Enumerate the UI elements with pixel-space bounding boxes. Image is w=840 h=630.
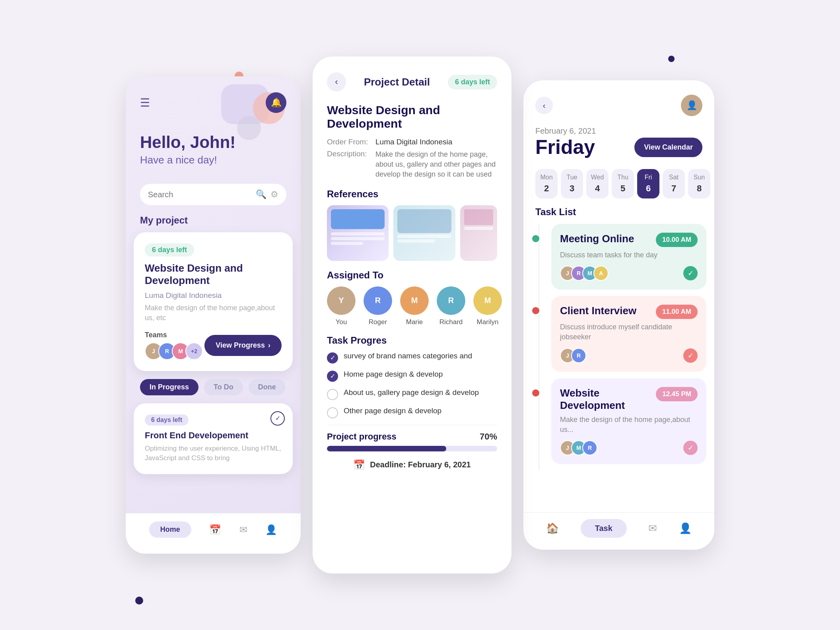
ref-mock-bar-1	[331, 232, 385, 235]
assigned-to-label: Assigned To	[327, 270, 497, 281]
cal-day-thu[interactable]: Thu 5	[612, 169, 634, 198]
back-button[interactable]: ‹	[327, 72, 346, 91]
ref-mock-bar-5	[397, 239, 435, 243]
task-card-webdev-desc: Make the design of the home page,about u…	[560, 415, 698, 435]
view-calendar-button[interactable]: View Calendar	[634, 138, 702, 157]
calendar-deadline-icon: 📅	[353, 459, 365, 471]
middle-content: Website Design and Development Order Fro…	[313, 99, 511, 574]
task-list-section: Meeting Online 10.00 AM Discuss team tas…	[523, 224, 714, 471]
task-entry-1: Meeting Online 10.00 AM Discuss team tas…	[543, 224, 714, 290]
task-card-interview-desc: Discuss introduce myself candidate jobse…	[560, 322, 698, 342]
teams-label: Teams	[145, 331, 203, 339]
cal-day-sat[interactable]: Sat 7	[663, 169, 685, 198]
day-text: Friday	[535, 136, 595, 159]
project-progress-label: Project progress	[327, 432, 397, 442]
calendar-row: Mon 2 Tue 3 Wed 4 Thu 5 Fri 6 Sat 7	[523, 165, 714, 206]
project2-days: 6 days left	[145, 414, 189, 426]
cal-day-wed[interactable]: Wed 4	[586, 169, 609, 198]
project-card-2: ✓ 6 days left Front End Developement Opt…	[134, 403, 293, 474]
task-card-interview-header: Client Interview 11.00 AM	[560, 305, 698, 319]
progress-header: Project progress 70%	[327, 432, 497, 442]
cal-day-name-tue: Tue	[567, 174, 578, 181]
interview-avatars: J R	[560, 348, 586, 363]
cal-day-num-mon: 2	[544, 183, 549, 194]
assignee-name-richard: Richard	[439, 318, 463, 326]
right-nav-home[interactable]: 🏠	[546, 522, 559, 535]
search-icon[interactable]: 🔍	[256, 189, 266, 200]
hamburger-icon[interactable]: ☰	[140, 96, 286, 109]
middle-header: ‹ Project Detail 6 days left	[313, 56, 511, 99]
tab-done[interactable]: Done	[249, 379, 286, 395]
search-bar: 🔍 ⚙	[140, 184, 286, 205]
cal-day-tue[interactable]: Tue 3	[561, 169, 583, 198]
tabs-row: In Progress To Do Done	[126, 371, 301, 403]
cal-day-num-tue: 3	[570, 183, 574, 194]
timeline-dot-3	[532, 389, 539, 397]
cal-day-num-sat: 7	[671, 183, 676, 194]
nav-profile[interactable]: 👤	[265, 524, 277, 535]
project-big-title: Website Design and Development	[327, 103, 497, 130]
project-progress-pct: 70%	[480, 432, 497, 442]
view-progress-button[interactable]: View Progress ›	[204, 335, 282, 356]
right-nav-profile[interactable]: 👤	[679, 522, 692, 535]
task-card-webdev-footer: J M R ✓	[560, 440, 698, 455]
ref-mock-img-area2	[464, 209, 493, 225]
ref-image-1	[327, 205, 389, 261]
task-progress-label: Task Progres	[327, 335, 497, 346]
view-progress-label: View Progress	[216, 341, 265, 350]
task-checkbox-4	[327, 407, 338, 418]
search-input[interactable]	[148, 190, 252, 199]
project-desc: Make the design of the home page,about u…	[145, 303, 282, 323]
cal-day-name-sat: Sat	[669, 174, 679, 181]
cal-day-fri[interactable]: Fri 6	[637, 169, 659, 198]
project-card-1: 6 days left Website Design and Developme…	[134, 232, 293, 371]
project-client: Luma Digital Indonesia	[145, 291, 282, 300]
tab-in-progress[interactable]: In Progress	[140, 379, 198, 395]
nav-messages[interactable]: ✉	[239, 524, 247, 535]
right-nav-task[interactable]: Task	[581, 519, 627, 538]
cal-day-name-sun: Sun	[694, 174, 705, 181]
task-text-4: Other page design & develop	[344, 406, 441, 415]
notification-bell[interactable]: 🔔	[266, 92, 286, 113]
ref-mock-bar-2	[331, 237, 385, 240]
task-card-meeting-title: Meeting Online	[560, 233, 634, 245]
webdev-check: ✓	[683, 441, 698, 455]
timeline-dot-1	[532, 235, 539, 242]
ref-mock-1	[327, 205, 389, 261]
references-label: References	[327, 189, 497, 200]
task-card-meeting-desc: Discuss team tasks for the day	[560, 250, 698, 260]
tab-to-do[interactable]: To Do	[204, 379, 243, 395]
assignee-name-marilyn: Marilyn	[477, 318, 499, 326]
assignee-avatar-you: Y	[327, 286, 356, 315]
assignee-richard: R Richard	[437, 286, 465, 326]
right-nav-messages[interactable]: ✉	[648, 522, 657, 535]
check-circle: ✓	[270, 411, 285, 426]
cal-day-sun[interactable]: Sun 8	[688, 169, 710, 198]
avatar-more: +2	[185, 342, 203, 360]
ref-mock-img-area	[397, 209, 451, 233]
webdev-avatar-3: R	[582, 440, 597, 455]
nav-calendar[interactable]: 📅	[209, 524, 221, 535]
ref-mock-blue	[331, 209, 385, 229]
meeting-avatars: J R M A	[560, 266, 609, 281]
task-item-2: ✓ Home page design & develop	[327, 370, 497, 382]
assignee-avatar-roger: R	[364, 286, 392, 315]
project2-title: Front End Developement	[145, 430, 282, 441]
right-back-button[interactable]: ‹	[535, 97, 553, 114]
decor-dot-3	[668, 56, 675, 62]
message-icon: ✉	[239, 524, 247, 535]
task-item-1: ✓ survey of brand names categories and	[327, 352, 497, 364]
cal-day-mon[interactable]: Mon 2	[535, 169, 558, 198]
filter-icon[interactable]: ⚙	[270, 189, 278, 200]
project-detail-title: Project Detail	[364, 76, 430, 88]
cal-day-name-fri: Fri	[645, 174, 652, 181]
left-phone: ☰ 🔔 Hello, John! Have a nice day! 🔍 ⚙ My…	[126, 76, 301, 554]
teams-section: Teams J R M +2	[145, 331, 203, 360]
task-time-webdev: 12.45 PM	[656, 387, 698, 401]
ref-mock-bar-3	[331, 242, 363, 245]
task-text-1: survey of brand names categories and	[344, 352, 472, 360]
nav-home[interactable]: Home	[149, 521, 191, 538]
task-card-interview-title: Client Interview	[560, 305, 636, 317]
ref-mock-3	[460, 205, 497, 261]
ref-mock-bar-4	[397, 235, 451, 238]
